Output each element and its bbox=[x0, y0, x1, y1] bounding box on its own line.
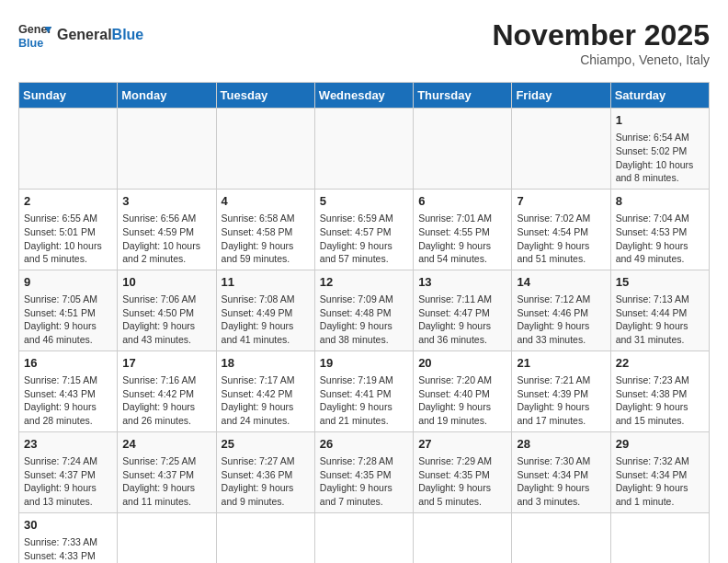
day-number: 3 bbox=[122, 193, 210, 210]
day-info: Sunrise: 7:23 AM Sunset: 4:38 PM Dayligh… bbox=[616, 373, 704, 428]
calendar-cell: 16Sunrise: 7:15 AM Sunset: 4:43 PM Dayli… bbox=[19, 350, 118, 431]
calendar-cell bbox=[118, 109, 216, 190]
calendar-cell: 30Sunrise: 7:33 AM Sunset: 4:33 PM Dayli… bbox=[19, 512, 118, 563]
calendar-header-tuesday: Tuesday bbox=[216, 83, 314, 109]
calendar-cell bbox=[512, 109, 610, 190]
calendar-cell bbox=[610, 512, 709, 563]
day-number: 24 bbox=[122, 436, 210, 453]
day-info: Sunrise: 6:54 AM Sunset: 5:02 PM Dayligh… bbox=[616, 131, 704, 185]
calendar-week-row: 23Sunrise: 7:24 AM Sunset: 4:37 PM Dayli… bbox=[19, 431, 710, 512]
day-number: 29 bbox=[616, 436, 704, 453]
calendar-header-thursday: Thursday bbox=[414, 83, 512, 109]
day-number: 18 bbox=[222, 355, 310, 372]
logo-icon: General Blue bbox=[18, 18, 51, 52]
day-number: 19 bbox=[320, 355, 408, 372]
day-number: 5 bbox=[320, 193, 408, 210]
calendar-cell: 28Sunrise: 7:30 AM Sunset: 4:34 PM Dayli… bbox=[512, 431, 610, 512]
day-info: Sunrise: 7:27 AM Sunset: 4:36 PM Dayligh… bbox=[222, 454, 310, 509]
calendar-table: SundayMondayTuesdayWednesdayThursdayFrid… bbox=[18, 82, 710, 563]
logo-text: GeneralBlue bbox=[57, 27, 143, 43]
day-info: Sunrise: 7:20 AM Sunset: 4:40 PM Dayligh… bbox=[418, 373, 506, 428]
day-number: 9 bbox=[24, 274, 112, 291]
calendar-cell: 13Sunrise: 7:11 AM Sunset: 4:47 PM Dayli… bbox=[414, 270, 512, 350]
calendar-cell: 11Sunrise: 7:08 AM Sunset: 4:49 PM Dayli… bbox=[216, 270, 314, 350]
calendar-cell: 1Sunrise: 6:54 AM Sunset: 5:02 PM Daylig… bbox=[610, 109, 709, 190]
day-info: Sunrise: 7:02 AM Sunset: 4:54 PM Dayligh… bbox=[517, 212, 605, 266]
day-number: 13 bbox=[418, 274, 506, 291]
calendar-week-row: 2Sunrise: 6:55 AM Sunset: 5:01 PM Daylig… bbox=[19, 189, 710, 270]
day-number: 11 bbox=[222, 274, 310, 291]
day-number: 10 bbox=[122, 274, 210, 291]
day-info: Sunrise: 7:32 AM Sunset: 4:34 PM Dayligh… bbox=[616, 454, 704, 509]
day-info: Sunrise: 7:05 AM Sunset: 4:51 PM Dayligh… bbox=[24, 293, 112, 347]
calendar-cell: 25Sunrise: 7:27 AM Sunset: 4:36 PM Dayli… bbox=[216, 431, 314, 512]
calendar-header-row: SundayMondayTuesdayWednesdayThursdayFrid… bbox=[19, 83, 710, 109]
day-number: 26 bbox=[320, 436, 408, 453]
day-info: Sunrise: 7:21 AM Sunset: 4:39 PM Dayligh… bbox=[517, 373, 605, 428]
calendar-cell bbox=[512, 512, 610, 563]
day-info: Sunrise: 7:12 AM Sunset: 4:46 PM Dayligh… bbox=[517, 293, 605, 347]
day-number: 25 bbox=[222, 436, 310, 453]
calendar-cell: 21Sunrise: 7:21 AM Sunset: 4:39 PM Dayli… bbox=[512, 350, 610, 431]
day-number: 17 bbox=[122, 355, 210, 372]
calendar-cell bbox=[19, 109, 118, 190]
svg-text:Blue: Blue bbox=[18, 37, 43, 50]
day-info: Sunrise: 7:06 AM Sunset: 4:50 PM Dayligh… bbox=[122, 293, 210, 347]
calendar-cell: 20Sunrise: 7:20 AM Sunset: 4:40 PM Dayli… bbox=[414, 350, 512, 431]
day-info: Sunrise: 7:16 AM Sunset: 4:42 PM Dayligh… bbox=[122, 373, 210, 428]
day-number: 14 bbox=[517, 274, 605, 291]
day-info: Sunrise: 7:24 AM Sunset: 4:37 PM Dayligh… bbox=[24, 454, 112, 509]
day-info: Sunrise: 6:55 AM Sunset: 5:01 PM Dayligh… bbox=[24, 212, 112, 266]
calendar-cell: 3Sunrise: 6:56 AM Sunset: 4:59 PM Daylig… bbox=[118, 189, 216, 270]
calendar-cell: 18Sunrise: 7:17 AM Sunset: 4:42 PM Dayli… bbox=[216, 350, 314, 431]
calendar-cell: 29Sunrise: 7:32 AM Sunset: 4:34 PM Dayli… bbox=[610, 431, 709, 512]
calendar-cell bbox=[314, 109, 413, 190]
day-number: 28 bbox=[517, 436, 605, 453]
calendar-cell: 9Sunrise: 7:05 AM Sunset: 4:51 PM Daylig… bbox=[19, 270, 118, 350]
calendar-week-row: 16Sunrise: 7:15 AM Sunset: 4:43 PM Dayli… bbox=[19, 350, 710, 431]
calendar-cell: 5Sunrise: 6:59 AM Sunset: 4:57 PM Daylig… bbox=[314, 189, 413, 270]
calendar-cell bbox=[118, 512, 216, 563]
day-info: Sunrise: 6:59 AM Sunset: 4:57 PM Dayligh… bbox=[320, 212, 408, 266]
calendar-cell: 12Sunrise: 7:09 AM Sunset: 4:48 PM Dayli… bbox=[314, 270, 413, 350]
day-number: 23 bbox=[24, 436, 112, 453]
day-info: Sunrise: 7:33 AM Sunset: 4:33 PM Dayligh… bbox=[24, 535, 112, 563]
day-info: Sunrise: 7:01 AM Sunset: 4:55 PM Dayligh… bbox=[418, 212, 506, 266]
day-info: Sunrise: 7:04 AM Sunset: 4:53 PM Dayligh… bbox=[616, 212, 704, 266]
day-info: Sunrise: 7:30 AM Sunset: 4:34 PM Dayligh… bbox=[517, 454, 605, 509]
calendar-cell bbox=[314, 512, 413, 563]
calendar-week-row: 1Sunrise: 6:54 AM Sunset: 5:02 PM Daylig… bbox=[19, 109, 710, 190]
month-year-title: November 2025 bbox=[492, 18, 710, 52]
day-number: 30 bbox=[24, 517, 112, 534]
calendar-cell: 7Sunrise: 7:02 AM Sunset: 4:54 PM Daylig… bbox=[512, 189, 610, 270]
calendar-cell: 27Sunrise: 7:29 AM Sunset: 4:35 PM Dayli… bbox=[414, 431, 512, 512]
day-info: Sunrise: 7:25 AM Sunset: 4:37 PM Dayligh… bbox=[122, 454, 210, 509]
day-info: Sunrise: 7:13 AM Sunset: 4:44 PM Dayligh… bbox=[616, 293, 704, 347]
calendar-header-sunday: Sunday bbox=[19, 83, 118, 109]
calendar-cell: 24Sunrise: 7:25 AM Sunset: 4:37 PM Dayli… bbox=[118, 431, 216, 512]
logo: General Blue GeneralBlue bbox=[18, 18, 143, 52]
calendar-cell: 8Sunrise: 7:04 AM Sunset: 4:53 PM Daylig… bbox=[610, 189, 709, 270]
calendar-week-row: 9Sunrise: 7:05 AM Sunset: 4:51 PM Daylig… bbox=[19, 270, 710, 350]
calendar-cell: 15Sunrise: 7:13 AM Sunset: 4:44 PM Dayli… bbox=[610, 270, 709, 350]
calendar-cell: 23Sunrise: 7:24 AM Sunset: 4:37 PM Dayli… bbox=[19, 431, 118, 512]
calendar-cell: 26Sunrise: 7:28 AM Sunset: 4:35 PM Dayli… bbox=[314, 431, 413, 512]
calendar-header-wednesday: Wednesday bbox=[314, 83, 413, 109]
day-number: 15 bbox=[616, 274, 704, 291]
day-info: Sunrise: 7:08 AM Sunset: 4:49 PM Dayligh… bbox=[222, 293, 310, 347]
calendar-header-monday: Monday bbox=[118, 83, 216, 109]
day-info: Sunrise: 7:09 AM Sunset: 4:48 PM Dayligh… bbox=[320, 293, 408, 347]
calendar-cell: 6Sunrise: 7:01 AM Sunset: 4:55 PM Daylig… bbox=[414, 189, 512, 270]
calendar-cell: 19Sunrise: 7:19 AM Sunset: 4:41 PM Dayli… bbox=[314, 350, 413, 431]
day-number: 2 bbox=[24, 193, 112, 210]
day-number: 16 bbox=[24, 355, 112, 372]
day-number: 22 bbox=[616, 355, 704, 372]
day-info: Sunrise: 7:28 AM Sunset: 4:35 PM Dayligh… bbox=[320, 454, 408, 509]
day-number: 6 bbox=[418, 193, 506, 210]
day-info: Sunrise: 7:15 AM Sunset: 4:43 PM Dayligh… bbox=[24, 373, 112, 428]
calendar-cell: 17Sunrise: 7:16 AM Sunset: 4:42 PM Dayli… bbox=[118, 350, 216, 431]
day-info: Sunrise: 6:56 AM Sunset: 4:59 PM Dayligh… bbox=[122, 212, 210, 266]
day-number: 7 bbox=[517, 193, 605, 210]
day-info: Sunrise: 7:11 AM Sunset: 4:47 PM Dayligh… bbox=[418, 293, 506, 347]
day-number: 20 bbox=[418, 355, 506, 372]
